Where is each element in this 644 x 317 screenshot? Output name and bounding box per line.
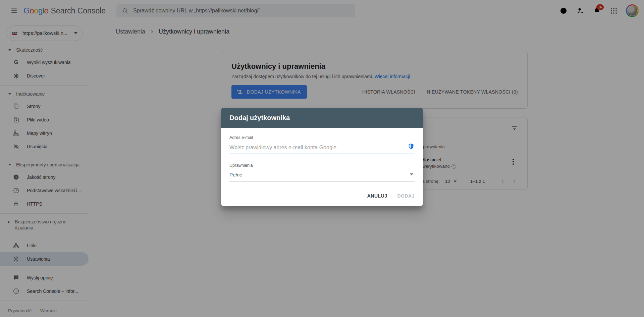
permission-select[interactable]: Pełne (229, 172, 415, 182)
add-button[interactable]: DODAJ (397, 193, 415, 199)
email-field-wrap (229, 145, 415, 154)
permission-label: Uprawnienia (229, 163, 415, 168)
permission-field: Uprawnienia Pełne (229, 163, 415, 182)
email-field[interactable] (229, 145, 405, 151)
cancel-button[interactable]: ANULUJ (367, 193, 387, 199)
add-user-dialog: Dodaj użytkownika Adres e-mail Uprawnien… (221, 108, 423, 206)
permission-value: Pełne (229, 172, 242, 177)
chevron-down-icon (410, 173, 413, 175)
dialog-title: Dodaj użytkownika (229, 114, 290, 122)
dialog-actions: ANULUJ DODAJ (221, 182, 423, 206)
dialog-title-bar: Dodaj użytkownika (221, 108, 423, 128)
email-label: Adres e-mail (229, 135, 415, 140)
password-manager-shield-icon[interactable] (408, 143, 414, 151)
dialog-body: Adres e-mail Uprawnienia Pełne (221, 128, 423, 182)
